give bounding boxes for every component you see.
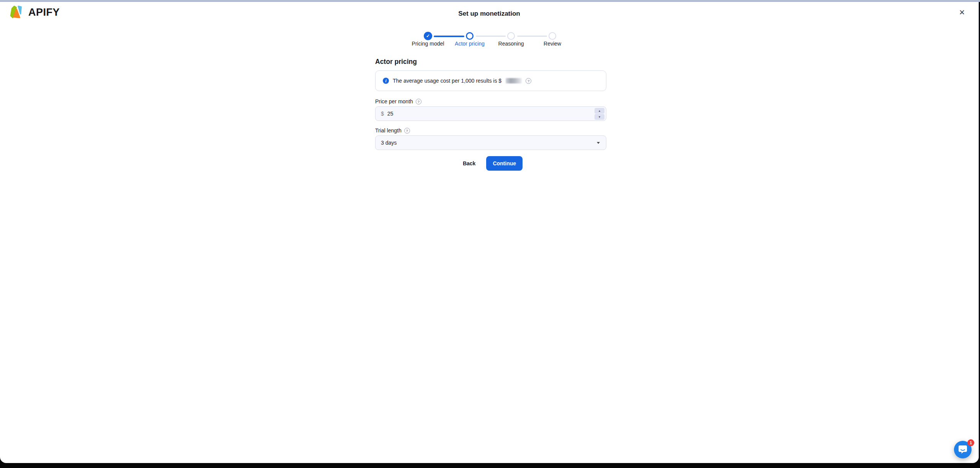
price-label-text: Price per month: [375, 98, 413, 104]
price-per-month-label: Price per month ?: [375, 98, 421, 104]
stepper-connector-pending: [476, 36, 506, 37]
trial-length-label: Trial length ?: [375, 127, 410, 134]
continue-button[interactable]: Continue: [486, 156, 523, 171]
info-icon: i: [383, 78, 389, 84]
stepper-label-actor-pricing[interactable]: Actor pricing: [455, 41, 485, 47]
stepper-label-reasoning[interactable]: Reasoning: [498, 41, 524, 47]
unread-count-badge: 1: [967, 439, 974, 446]
help-icon[interactable]: ?: [526, 78, 531, 84]
stepper-connector-done: [434, 36, 464, 37]
price-input[interactable]: [387, 111, 548, 117]
usage-cost-banner: i The average usage cost per 1,000 resul…: [375, 70, 606, 91]
chat-launcher-button[interactable]: 1: [954, 441, 972, 458]
currency-prefix: $: [381, 111, 384, 117]
trial-length-select[interactable]: 3 days: [375, 135, 606, 150]
form-actions: Back Continue: [375, 156, 606, 171]
stepper-connector-pending: [517, 36, 547, 37]
number-stepper: ▲ ▼: [595, 108, 604, 120]
app-window: APIFY Set up monetization ✕ ✓ Pricing mo…: [0, 2, 979, 463]
help-icon[interactable]: ?: [416, 99, 421, 104]
check-icon: ✓: [426, 33, 430, 39]
help-icon[interactable]: ?: [404, 128, 410, 134]
back-button[interactable]: Back: [459, 156, 479, 171]
stepper-label-pricing-model[interactable]: Pricing model: [412, 41, 444, 47]
stepper-down-icon[interactable]: ▼: [595, 114, 604, 120]
step-active-icon[interactable]: [466, 32, 474, 40]
stepper-up-icon[interactable]: ▲: [595, 108, 604, 114]
step-upcoming-icon[interactable]: [549, 32, 556, 40]
chevron-down-icon: [597, 142, 600, 144]
setup-stepper: ✓ Pricing model Actor pricing Reasoning …: [0, 2, 978, 52]
step-complete-icon[interactable]: ✓: [424, 32, 432, 40]
section-heading: Actor pricing: [375, 58, 417, 66]
redacted-value: [506, 78, 522, 83]
stepper-label-review[interactable]: Review: [544, 41, 561, 47]
step-upcoming-icon[interactable]: [507, 32, 515, 40]
price-input-box: $ ▲ ▼: [375, 106, 606, 121]
banner-text: The average usage cost per 1,000 results…: [393, 78, 501, 84]
trial-label-text: Trial length: [375, 127, 402, 134]
messenger-icon: [958, 445, 967, 454]
selected-option: 3 days: [381, 140, 397, 146]
